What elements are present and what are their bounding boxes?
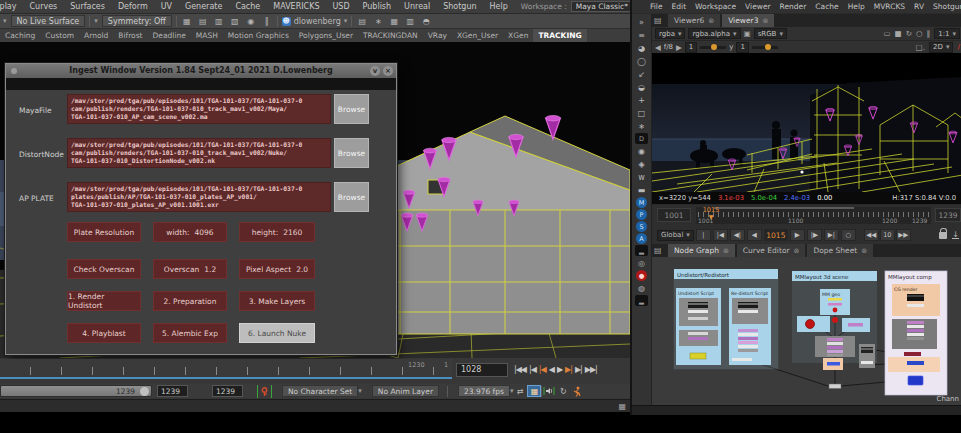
shelf-tab-xgen-user[interactable]: XGen_User bbox=[452, 29, 503, 42]
current-frame-field[interactable]: 1015 bbox=[764, 229, 788, 241]
tab-curve-editor[interactable]: Curve Editor⊗ bbox=[737, 244, 806, 257]
step-back-button[interactable]: ◀◀ bbox=[864, 229, 879, 241]
s-plugin-icon[interactable]: S bbox=[636, 221, 647, 232]
menu-display[interactable]: Display bbox=[0, 2, 17, 11]
render-undistort-button[interactable]: 1. Render Undistort bbox=[67, 291, 141, 311]
pan-bar[interactable] bbox=[714, 207, 854, 209]
snap-plane-icon[interactable]: ▧ bbox=[229, 16, 241, 27]
nuke-menu-file[interactable]: File bbox=[650, 2, 663, 11]
node-editor-icon[interactable]: ∗ bbox=[372, 16, 384, 27]
animation-prefs-icon[interactable] bbox=[570, 385, 584, 397]
gain-slider[interactable] bbox=[700, 46, 726, 49]
range-end-field[interactable]: 1239 bbox=[212, 385, 243, 397]
nuke-menu-cache[interactable]: Cache bbox=[815, 2, 838, 11]
backdrop-undistort-script[interactable]: Undistort Script bbox=[676, 288, 721, 365]
shelf-tab-trackingdan[interactable]: TRACKINGDAN bbox=[358, 29, 423, 42]
alembic-exp-button[interactable]: 5. Alembic Exp bbox=[153, 323, 227, 343]
sphere-plugin-icon[interactable]: ◍ bbox=[635, 282, 648, 294]
monitor-out-icon[interactable]: ▭ bbox=[883, 29, 890, 38]
3d-nodes-icon[interactable]: □ bbox=[635, 107, 648, 119]
go-to-start-button[interactable]: |◀◀ bbox=[514, 365, 526, 374]
next-icon[interactable]: ▶ bbox=[676, 43, 682, 52]
views-nodes-icon[interactable]: ◉ bbox=[635, 145, 648, 157]
menu-unreal[interactable]: Unreal bbox=[404, 2, 430, 11]
menu-generate[interactable]: Generate bbox=[185, 2, 222, 11]
node-graph-canvas[interactable]: Undistort/Redistort Undistort Script bbox=[652, 257, 961, 405]
frame-step-field[interactable]: 10 bbox=[880, 229, 895, 241]
pixel-aspect-field[interactable]: Pixel Aspect2.0 bbox=[239, 259, 315, 279]
backdrop-redistort-script[interactable]: Re-distort Script bbox=[729, 288, 771, 365]
nuke-menu-rv[interactable]: RV bbox=[914, 2, 924, 11]
nuke-menu-edit[interactable]: Edit bbox=[672, 2, 687, 11]
annotate-icon[interactable]: / bbox=[957, 43, 960, 51]
menu-help[interactable]: Help bbox=[490, 2, 508, 11]
outliner-icon[interactable]: ▤ bbox=[356, 16, 368, 27]
range-start-field[interactable]: 1001 bbox=[657, 208, 691, 222]
playback-loop-icon[interactable]: ⇄ bbox=[513, 385, 527, 397]
time-slider[interactable]: 1230 1 bbox=[0, 359, 452, 379]
step-forward-key-button[interactable]: ▶| bbox=[565, 365, 572, 374]
roi-icon[interactable]: ○ bbox=[916, 29, 923, 38]
nuke-menu-shotgun[interactable]: Shotgun bbox=[933, 2, 961, 11]
playblast-button[interactable]: 4. Playblast bbox=[67, 323, 141, 343]
make-layers-button[interactable]: 3. Make Layers bbox=[239, 291, 315, 311]
layer-select[interactable]: rgba.alpha▾ bbox=[688, 28, 740, 39]
plate-resolution-button[interactable]: Plate Resolution bbox=[67, 222, 141, 242]
step-back-frame-button[interactable]: |◀ bbox=[529, 365, 536, 374]
nuke-menu-viewer[interactable]: Viewer bbox=[745, 2, 771, 11]
image-nodes-icon[interactable]: ≡ bbox=[635, 29, 648, 41]
menu-usd[interactable]: USD bbox=[332, 2, 349, 11]
backdrop-cg-render[interactable]: CG render bbox=[892, 284, 940, 316]
menu-publish[interactable]: Publish bbox=[363, 2, 392, 11]
crop-icon[interactable]: □. bbox=[916, 43, 925, 52]
range-mode-select[interactable]: Global▾ bbox=[657, 230, 694, 241]
width-field[interactable]: width:4096 bbox=[153, 222, 227, 242]
tab-dope-sheet[interactable]: Dope Sheet⊗ bbox=[807, 244, 873, 257]
playback-options-icon[interactable]: ▦ bbox=[527, 385, 541, 397]
toolsets-icon[interactable]: w bbox=[635, 171, 648, 183]
tab-viewer3[interactable]: Viewer3⊗ bbox=[722, 14, 774, 27]
go-to-start-button[interactable]: |◀ bbox=[713, 229, 728, 241]
symmetry-field[interactable]: Symmetry: Off bbox=[102, 15, 172, 27]
channels-panel-label[interactable]: Chann bbox=[937, 395, 960, 403]
nuke-menu-help[interactable]: Help bbox=[848, 2, 865, 11]
prev-icon[interactable]: ◀ bbox=[655, 43, 661, 52]
chevron-down-icon[interactable]: ▾ bbox=[358, 387, 362, 395]
step-forward-frame-button[interactable]: ▶| bbox=[575, 365, 582, 374]
nuke-menu-workspace[interactable]: Workspace bbox=[695, 2, 736, 11]
close-icon[interactable]: ⊗ bbox=[708, 17, 714, 25]
shelf-tab-polygons-user[interactable]: Polygons_User bbox=[294, 29, 358, 42]
mayafile-path-field[interactable]: /mav/stor/prod/tga/pub/episodes/101/TGA-… bbox=[67, 94, 331, 124]
half-circle-icon[interactable]: ◓ bbox=[420, 16, 432, 27]
gray-square-icon[interactable]: ■ bbox=[895, 29, 902, 38]
play-forwards-button[interactable]: ▶ bbox=[557, 365, 562, 374]
preparation-button[interactable]: 2. Preparation bbox=[153, 291, 227, 311]
swap-icon[interactable]: ▣ bbox=[744, 29, 751, 38]
m-plugin-icon[interactable]: M bbox=[636, 197, 647, 208]
step-forward-button[interactable]: ▶▶ bbox=[896, 229, 911, 241]
close-icon[interactable]: × bbox=[383, 66, 393, 76]
time-options-icon[interactable]: ↻ bbox=[556, 385, 570, 397]
tab-viewer6[interactable]: Viewer6⊗ bbox=[668, 14, 720, 27]
applate-browse-button[interactable]: Browse bbox=[334, 182, 369, 212]
pause-icon[interactable]: ‖ bbox=[261, 16, 273, 27]
shelf-tab-custom[interactable]: Custom bbox=[40, 29, 79, 42]
channels-select[interactable]: rgba▾ bbox=[655, 28, 685, 39]
frame-marker-button[interactable]: | bbox=[696, 229, 711, 241]
launch-nuke-button[interactable]: 6. Launch Nuke bbox=[239, 323, 315, 343]
mayafile-browse-button[interactable]: Browse bbox=[334, 94, 369, 124]
a-plugin-icon[interactable]: A bbox=[636, 233, 647, 244]
menu-mavericks[interactable]: MAVERICKS bbox=[273, 2, 319, 11]
range-slider[interactable]: 1239 bbox=[0, 385, 152, 397]
workspace-select[interactable]: Maya Classic* bbox=[571, 1, 630, 12]
shelf-tab-mash[interactable]: MASH bbox=[191, 29, 223, 42]
shelf-tab-caching[interactable]: Caching bbox=[0, 29, 40, 42]
loop-mode-button[interactable]: ○ bbox=[841, 229, 856, 241]
ingest-title-bar[interactable]: Ingest Window Version 1.84 Sept24_01 202… bbox=[6, 64, 396, 78]
distortnode-path-field[interactable]: /mav/stor/prod/tga/pub/episodes/101/TGA-… bbox=[67, 138, 331, 168]
fps-field[interactable]: 23.976 fps bbox=[458, 385, 510, 397]
time-nodes-icon[interactable]: ◯ bbox=[635, 55, 648, 67]
set-key-icon[interactable] bbox=[257, 385, 272, 398]
plate-plugin-icon[interactable]: ▂ bbox=[635, 245, 648, 256]
close-icon[interactable]: ⊗ bbox=[762, 17, 768, 25]
